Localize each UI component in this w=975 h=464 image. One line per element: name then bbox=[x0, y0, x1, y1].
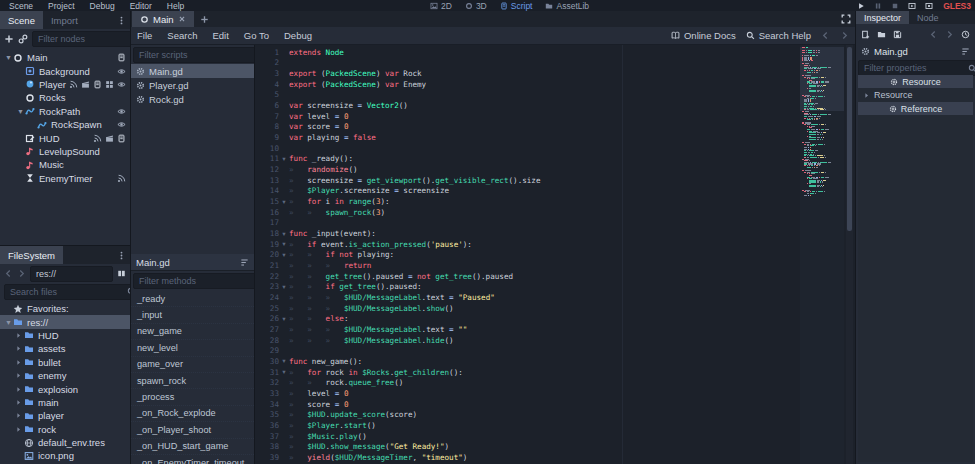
forward-arrow-icon[interactable] bbox=[17, 269, 26, 278]
mode-assetlib-button[interactable]: AssetLib bbox=[545, 1, 589, 11]
add-node-button[interactable] bbox=[4, 34, 14, 44]
scene-node-rockpath[interactable]: ▼RockPath bbox=[0, 105, 130, 118]
menubar-menu-editor[interactable]: Editor bbox=[130, 1, 152, 11]
fold-arrow[interactable]: ▼ bbox=[279, 156, 289, 162]
expand-arrow[interactable] bbox=[15, 359, 24, 366]
method-game-over[interactable]: game_over bbox=[131, 357, 254, 373]
eye-icon[interactable] bbox=[117, 120, 126, 129]
expand-arrow[interactable] bbox=[15, 372, 24, 379]
renderer-label[interactable]: GLES3 bbox=[943, 0, 971, 11]
inspected-object-row[interactable]: Main.gd bbox=[856, 44, 975, 58]
sort-methods-icon[interactable] bbox=[240, 258, 249, 267]
method-new-game[interactable]: new_game bbox=[131, 324, 254, 340]
method--ready[interactable]: _ready bbox=[131, 291, 254, 307]
menubar-menu-scene[interactable]: Scene bbox=[9, 1, 33, 11]
script-menu-debug[interactable]: Debug bbox=[284, 30, 312, 41]
fs-item-bullet[interactable]: bullet bbox=[0, 356, 130, 369]
method--on-hud-start-game[interactable]: _on_HUD_start_game bbox=[131, 439, 254, 455]
object-menu-icon[interactable] bbox=[961, 47, 970, 56]
code-line-6[interactable]: 6var screensize = Vector2() bbox=[255, 100, 855, 111]
signal-icon[interactable] bbox=[93, 134, 102, 143]
clapper-icon[interactable] bbox=[81, 80, 90, 89]
history-forward-icon[interactable] bbox=[945, 30, 954, 39]
code-line-3[interactable]: 3export (PackedScene) var Rock bbox=[255, 68, 855, 79]
script-menu-search[interactable]: Search bbox=[167, 30, 197, 41]
eye-icon[interactable] bbox=[117, 80, 126, 89]
fs-item-main[interactable]: main bbox=[0, 396, 130, 409]
grid-icon[interactable] bbox=[105, 80, 114, 89]
scene-node-rockspawn[interactable]: RockSpawn bbox=[0, 118, 130, 131]
script-icon[interactable] bbox=[93, 80, 102, 89]
code-line-18[interactable]: 18▼func _input(event): bbox=[255, 228, 855, 239]
code-line-16[interactable]: 16» » spawn_rock(3) bbox=[255, 207, 855, 218]
fs-path-box[interactable]: res:// bbox=[30, 266, 113, 282]
dock-menu-icon[interactable] bbox=[117, 16, 126, 25]
scene-node-background[interactable]: Background bbox=[0, 64, 130, 77]
fold-arrow[interactable]: ▼ bbox=[279, 316, 289, 322]
code-line-2[interactable]: 2 bbox=[255, 58, 855, 69]
code-line-22[interactable]: 22» » get_tree().paused = not get_tree()… bbox=[255, 271, 855, 282]
group-resource[interactable]: Resource bbox=[858, 89, 973, 101]
code-line-1[interactable]: 1extends Node bbox=[255, 47, 855, 58]
instance-scene-button[interactable] bbox=[18, 34, 28, 44]
load-resource-icon[interactable] bbox=[877, 30, 886, 39]
scene-node-hud[interactable]: HUD bbox=[0, 131, 130, 144]
script-item-rock-gd[interactable]: Rock.gd bbox=[131, 92, 254, 106]
code-line-38[interactable]: 38» $HUD.show_message("Get Ready!") bbox=[255, 441, 855, 452]
dock-h-splitter[interactable] bbox=[0, 245, 130, 246]
expand-arrow[interactable] bbox=[15, 332, 24, 339]
fs-item-assets[interactable]: assets bbox=[0, 342, 130, 355]
category-resource[interactable]: Resource bbox=[858, 75, 973, 88]
scene-node-main[interactable]: ▼Main bbox=[0, 51, 130, 64]
close-icon[interactable] bbox=[178, 15, 186, 23]
script-menu-go-to[interactable]: Go To bbox=[244, 30, 269, 41]
online-docs-button[interactable]: Online Docs bbox=[671, 30, 736, 41]
scene-node-levelupsound[interactable]: LevelupSound bbox=[0, 145, 130, 158]
history-forward-icon[interactable] bbox=[840, 31, 849, 40]
scene-node-music[interactable]: Music bbox=[0, 158, 130, 171]
code-line-10[interactable]: 10 bbox=[255, 143, 855, 154]
code-line-13[interactable]: 13» screensize = get_viewport().get_visi… bbox=[255, 175, 855, 186]
code-line-11[interactable]: 11▼func _ready(): bbox=[255, 154, 855, 165]
filter-methods-input[interactable] bbox=[139, 276, 256, 286]
scene-node-player[interactable]: Player bbox=[0, 78, 130, 91]
history-back-icon[interactable] bbox=[821, 31, 830, 40]
scene-node-rocks[interactable]: Rocks bbox=[0, 91, 130, 104]
code-line-35[interactable]: 35» $HUD.update_score(score) bbox=[255, 409, 855, 420]
fs-item-player[interactable]: player bbox=[0, 409, 130, 422]
expand-arrow[interactable] bbox=[15, 399, 24, 406]
expand-arrow[interactable] bbox=[15, 386, 24, 393]
expand-arrow[interactable] bbox=[15, 426, 24, 433]
code-line-4[interactable]: 4export (PackedScene) var Enemy bbox=[255, 79, 855, 90]
expand-arrow[interactable]: ▼ bbox=[4, 54, 13, 61]
fold-arrow[interactable]: ▼ bbox=[279, 369, 289, 375]
fold-arrow[interactable]: ▼ bbox=[279, 284, 289, 290]
category-reference[interactable]: Reference bbox=[858, 102, 973, 115]
code-line-37[interactable]: 37» $Music.play() bbox=[255, 431, 855, 442]
filter-scripts-input[interactable] bbox=[139, 50, 256, 60]
tab-filesystem[interactable]: FileSystem bbox=[0, 246, 63, 264]
method-spawn-rock[interactable]: spawn_rock bbox=[131, 373, 254, 389]
dock-menu-icon[interactable] bbox=[117, 251, 126, 260]
script-item-main-gd[interactable]: Main.gd bbox=[131, 64, 254, 78]
left-dock-splitter[interactable] bbox=[130, 11, 131, 464]
fs-item-explosion[interactable]: explosion bbox=[0, 382, 130, 395]
stop-button[interactable] bbox=[891, 2, 899, 10]
code-line-36[interactable]: 36» $Player.start() bbox=[255, 420, 855, 431]
code-line-20[interactable]: 20▼» » if not playing: bbox=[255, 250, 855, 261]
mode-2d-button[interactable]: 2D bbox=[430, 1, 452, 11]
expand-arrow[interactable] bbox=[15, 345, 24, 352]
play-custom-scene-button[interactable] bbox=[925, 2, 933, 10]
code-line-24[interactable]: 24» » » $HUD/MessageLabel.text = "Paused… bbox=[255, 292, 855, 303]
right-dock-splitter[interactable] bbox=[855, 11, 856, 464]
code-line-31[interactable]: 31▼» for rock in $Rocks.get_children(): bbox=[255, 367, 855, 378]
code-line-28[interactable]: 28» » » $HUD/MessageLabel.hide() bbox=[255, 335, 855, 346]
fs-item-res-[interactable]: ▼res:// bbox=[0, 315, 130, 328]
fs-item-enemy[interactable]: enemy bbox=[0, 369, 130, 382]
fold-arrow[interactable]: ▼ bbox=[279, 231, 289, 237]
fold-arrow[interactable]: ▼ bbox=[279, 241, 289, 247]
expand-arrow[interactable] bbox=[15, 412, 24, 419]
code-scrollbar[interactable] bbox=[846, 45, 853, 464]
method--on-rock-explode[interactable]: _on_Rock_explode bbox=[131, 406, 254, 422]
save-resource-icon[interactable] bbox=[893, 30, 902, 39]
